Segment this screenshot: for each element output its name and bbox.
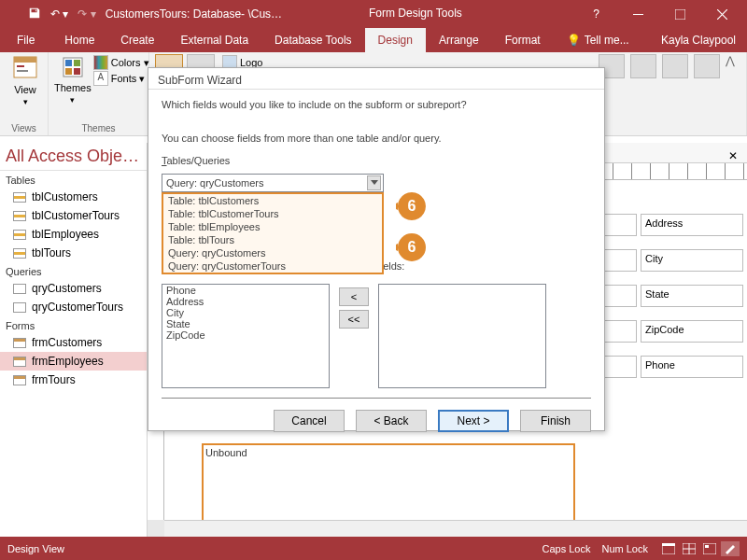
chevron-down-icon: ▾ (23, 97, 28, 106)
svg-rect-10 (74, 68, 80, 75)
save-icon[interactable] (28, 7, 41, 22)
maximize-button[interactable] (659, 0, 701, 28)
menu-format[interactable]: Format (492, 28, 554, 52)
dropdown-item[interactable]: Query: qryCustomers (163, 246, 382, 259)
minimize-button[interactable] (617, 0, 659, 28)
nav-item-frmemployees[interactable]: frmEmployees (0, 352, 147, 371)
ribbon-button-3[interactable] (662, 54, 688, 78)
close-button[interactable] (701, 0, 743, 28)
query-icon (13, 302, 26, 313)
help-icon[interactable]: ? (575, 0, 617, 28)
close-document-icon[interactable]: ✕ (725, 147, 741, 164)
dropdown-item[interactable]: Query: qryCustomerTours (163, 259, 382, 273)
finish-button[interactable]: Finish (520, 410, 591, 432)
form-icon (13, 338, 26, 348)
list-item[interactable]: Phone (162, 285, 329, 296)
nav-item-qrycustomertours[interactable]: qryCustomerTours (0, 298, 147, 316)
next-button[interactable]: Next > (438, 410, 509, 432)
dropdown-item[interactable]: Table: tblCustomers (163, 194, 382, 207)
design-view-icon[interactable] (721, 541, 740, 556)
themes-button[interactable]: Themes▾ (54, 54, 92, 105)
menu-external-data[interactable]: External Data (167, 28, 261, 52)
bulb-icon: 💡 (567, 34, 581, 47)
table-icon (13, 230, 26, 240)
tables-queries-dropdown: Table: tblCustomers Table: tblCustomerTo… (162, 192, 384, 274)
svg-rect-1 (675, 9, 685, 20)
menu-home[interactable]: Home (51, 28, 107, 52)
tables-queries-label: Tables/Queries (162, 155, 591, 166)
form-icon (13, 375, 26, 385)
wizard-title: SubForm Wizard (148, 68, 604, 90)
move-all-left-button[interactable]: << (339, 310, 369, 329)
form-view-icon[interactable] (659, 541, 678, 556)
nav-item-tblemployees[interactable]: tblEmployees (0, 225, 147, 244)
menu-file[interactable]: File (0, 28, 51, 52)
chevron-down-icon[interactable] (367, 175, 381, 190)
field-phone[interactable]: Phone (641, 356, 743, 378)
nav-item-qrycustomers[interactable]: qryCustomers (0, 279, 147, 298)
nav-header[interactable]: All Access Obje… (0, 143, 147, 171)
list-item[interactable]: Address (162, 296, 329, 307)
nav-item-tblcustomertours[interactable]: tblCustomerTours (0, 206, 147, 225)
subform-placeholder[interactable] (202, 443, 575, 520)
horizontal-scrollbar[interactable] (164, 520, 747, 537)
move-left-button[interactable]: < (339, 287, 369, 306)
status-caps: Caps Lock (542, 543, 590, 554)
navigation-pane: All Access Obje… Tables tblCustomers tbl… (0, 143, 148, 537)
list-item[interactable]: City (162, 307, 329, 318)
cancel-button[interactable]: Cancel (274, 410, 345, 432)
nav-item-frmtours[interactable]: frmTours (0, 371, 147, 389)
themes-group-label: Themes (54, 123, 143, 133)
status-view-mode: Design View (7, 543, 64, 554)
tables-queries-combo[interactable]: Query: qryCustomers (162, 174, 384, 192)
field-address[interactable]: Address (641, 214, 743, 236)
wizard-hint: You can choose fields from more than one… (162, 133, 591, 144)
views-group-label: Views (6, 123, 42, 133)
list-item[interactable]: State (162, 318, 329, 329)
tell-me-search[interactable]: 💡 Tell me... (554, 28, 642, 52)
colors-button[interactable]: Colors ▾ (93, 55, 149, 70)
list-item[interactable]: ZipCode (162, 329, 329, 341)
dropdown-item[interactable]: Table: tblEmployees (163, 220, 382, 233)
subform-wizard-dialog: SubForm Wizard Which fields would you li… (148, 67, 605, 431)
field-zip[interactable]: ZipCode (641, 320, 743, 343)
nav-item-tblcustomers[interactable]: tblCustomers (0, 188, 147, 206)
status-num: Num Lock (601, 543, 648, 554)
back-button[interactable]: < Back (356, 410, 427, 432)
nav-item-tbltours[interactable]: tblTours (0, 244, 147, 262)
menu-arrange[interactable]: Arrange (426, 28, 492, 52)
form-icon (13, 357, 26, 367)
field-city[interactable]: City (641, 249, 743, 272)
view-button[interactable]: View▾ (6, 54, 45, 106)
ribbon-button-4[interactable] (694, 54, 720, 78)
field-state[interactable]: State (641, 285, 743, 307)
table-icon (13, 248, 26, 259)
datasheet-view-icon[interactable] (680, 541, 698, 556)
svg-rect-4 (17, 65, 24, 67)
available-fields-listbox[interactable]: Phone Address City State ZipCode (162, 284, 330, 388)
dropdown-item[interactable]: Table: tblCustomerTours (163, 207, 382, 220)
svg-rect-15 (662, 543, 675, 546)
layout-view-icon[interactable] (700, 541, 719, 556)
dropdown-item[interactable]: Table: tblTours (163, 233, 382, 246)
svg-rect-7 (65, 60, 72, 66)
app-title: CustomersTours: Database- \Cus… (106, 7, 282, 21)
selected-fields-listbox[interactable] (378, 284, 546, 388)
redo-icon[interactable]: ↷ ▾ (78, 7, 95, 21)
ribbon-collapse-icon[interactable]: ⋀ (726, 54, 735, 67)
user-name[interactable]: Kayla Claypool (661, 28, 747, 52)
svg-rect-5 (17, 70, 28, 72)
svg-rect-0 (633, 14, 643, 15)
nav-item-frmcustomers[interactable]: frmCustomers (0, 333, 147, 352)
svg-rect-19 (703, 543, 716, 554)
combo-value: Query: qryCustomers (166, 177, 264, 189)
undo-icon[interactable]: ↶ ▾ (50, 7, 68, 21)
wizard-question: Which fields would you like to include o… (162, 99, 591, 110)
menu-database-tools[interactable]: Database Tools (261, 28, 365, 52)
menu-design[interactable]: Design (365, 28, 426, 52)
ribbon-button-2[interactable] (630, 54, 656, 78)
status-bar: Design View Caps Lock Num Lock (0, 537, 747, 560)
fonts-button[interactable]: AFonts ▾ (93, 71, 149, 86)
menu-create[interactable]: Create (107, 28, 167, 52)
unbound-label: Unbound (205, 447, 247, 458)
